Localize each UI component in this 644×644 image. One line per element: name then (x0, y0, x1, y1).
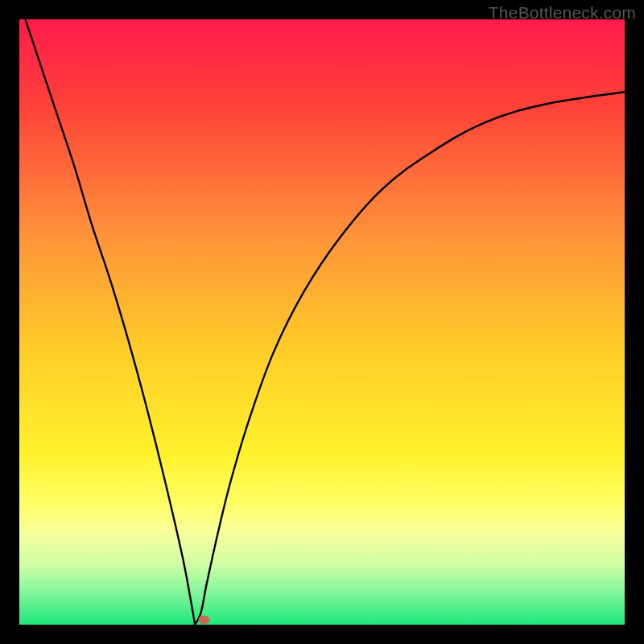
chart-svg (19, 19, 625, 625)
gradient-background (19, 19, 625, 625)
optimal-point-marker (198, 615, 209, 624)
watermark-text: TheBottleneck.com (489, 3, 636, 23)
chart-container: TheBottleneck.com (0, 0, 644, 644)
plot-area (19, 19, 625, 625)
